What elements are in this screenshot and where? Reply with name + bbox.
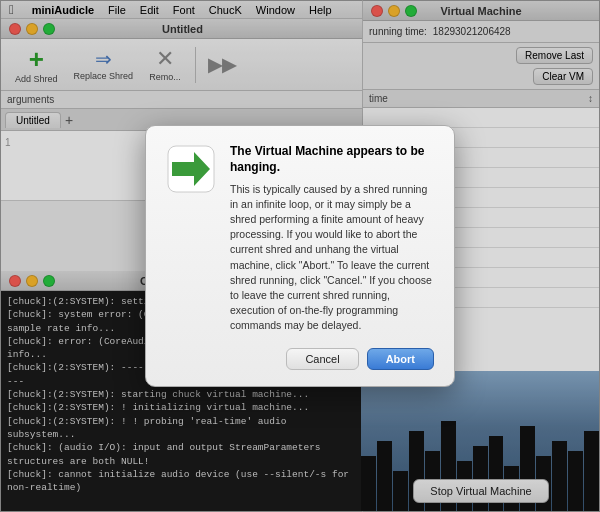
dialog-text-area: The Virtual Machine appears to be hangin… bbox=[230, 144, 434, 333]
dialog-content: The Virtual Machine appears to be hangin… bbox=[166, 144, 434, 333]
dialog-title: The Virtual Machine appears to be hangin… bbox=[230, 144, 434, 175]
warning-arrow-icon bbox=[166, 144, 216, 194]
dialog-buttons: Cancel Abort bbox=[166, 348, 434, 370]
dialog-overlay: The Virtual Machine appears to be hangin… bbox=[0, 0, 600, 512]
dialog-icon-area bbox=[166, 144, 216, 194]
dialog-body: This is typically caused by a shred runn… bbox=[230, 182, 434, 334]
cancel-button[interactable]: Cancel bbox=[286, 348, 358, 370]
abort-button[interactable]: Abort bbox=[367, 348, 434, 370]
hanging-dialog: The Virtual Machine appears to be hangin… bbox=[145, 125, 455, 386]
